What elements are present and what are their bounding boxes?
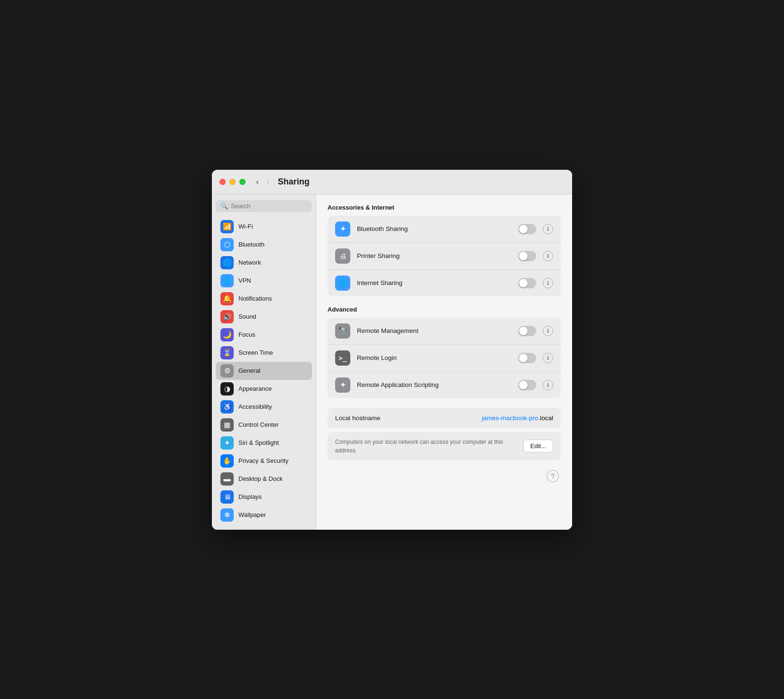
remote-login-info[interactable]: ℹ [543,353,553,363]
sidebar-item-appearance[interactable]: ◑Appearance [216,380,312,398]
hostname-link[interactable]: james-macbook-pro [482,414,538,422]
internet-sharing-icon: 🌐 [335,276,350,291]
system-preferences-window: ‹ › Sharing 🔍 📶Wi-Fi⬡Bluetooth🌐Network🌐V… [212,170,572,530]
bottom-right: ? [328,470,561,482]
section-accessories-internet: Accessories & Internet ✦ Bluetooth Shari… [328,204,561,296]
sidebar-item-notifications[interactable]: 🔔Notifications [216,290,312,308]
sidebar-item-label-notifications: Notifications [238,295,272,302]
bluetooth-sharing-icon: ✦ [335,221,350,237]
minimize-button[interactable] [229,179,236,185]
bluetooth-sharing-toggle[interactable] [518,224,536,234]
printer-sharing-info[interactable]: ℹ [543,251,553,261]
sidebar-item-label-desktop-dock: Desktop & Dock [238,475,283,482]
sidebar-item-label-wifi: Wi-Fi [238,223,253,230]
sidebar-item-control-center[interactable]: ▦Control Center [216,416,312,434]
sidebar-item-label-focus: Focus [238,331,255,338]
sidebar-item-wallpaper[interactable]: ✻Wallpaper [216,506,312,524]
search-icon: 🔍 [220,202,228,210]
bluetooth-sharing-info[interactable]: ℹ [543,224,553,234]
panel-title-header: Sharing [278,177,310,187]
internet-sharing-toggle[interactable] [518,278,536,288]
sidebar-item-label-wallpaper: Wallpaper [238,511,266,518]
row-remote-login: >_ Remote Login ℹ [328,345,561,372]
row-printer-sharing: 🖨 Printer Sharing ℹ [328,243,561,270]
wallpaper-icon: ✻ [220,508,234,522]
sidebar-item-privacy-security[interactable]: ✋Privacy & Security [216,452,312,470]
titlebar: ‹ › Sharing [212,170,572,194]
section-advanced: Advanced 🔭 Remote Management ℹ [328,306,561,398]
search-input[interactable] [231,202,307,210]
sidebar-item-label-siri-spotlight: Siri & Spotlight [238,439,279,446]
privacy-security-icon: ✋ [220,454,234,468]
sidebar-item-screen-time[interactable]: ⌛Screen Time [216,344,312,362]
network-icon: 🌐 [220,256,234,269]
maximize-button[interactable] [239,179,246,185]
sidebar-item-sound[interactable]: 🔊Sound [216,308,312,326]
sidebar-item-accessibility[interactable]: ♿Accessibility [216,398,312,416]
screen-time-icon: ⌛ [220,346,234,359]
notifications-icon: 🔔 [220,292,234,305]
detail-panel: Accessories & Internet ✦ Bluetooth Shari… [316,194,572,530]
settings-group-accessories: ✦ Bluetooth Sharing ℹ 🖨 Printer Sharing [328,216,561,296]
vpn-icon: 🌐 [220,274,234,287]
hostname-row: Local hostname james-macbook-pro.local [328,408,561,428]
internet-icon-symbol: 🌐 [338,278,347,287]
remote-login-label: Remote Login [357,354,511,361]
general-icon: ⚙ [220,364,234,377]
sidebar-item-label-control-center: Control Center [238,421,279,428]
remote-management-info[interactable]: ℹ [543,326,553,336]
section-title-accessories: Accessories & Internet [328,204,561,211]
search-bar[interactable]: 🔍 [216,200,312,212]
hostname-label: Local hostname [335,414,482,422]
internet-sharing-info[interactable]: ℹ [543,278,553,288]
remote-management-icon: 🔭 [335,323,350,339]
settings-group-advanced: 🔭 Remote Management ℹ >_ Remote Login ℹ [328,318,561,398]
sidebar-item-vpn[interactable]: 🌐VPN [216,272,312,290]
remote-login-toggle[interactable] [518,353,536,363]
remote-management-toggle[interactable] [518,326,536,336]
printer-sharing-icon: 🖨 [335,248,350,264]
remote-login-icon: >_ [335,350,350,366]
focus-icon: 🌙 [220,328,234,341]
internet-sharing-label: Internet Sharing [357,279,511,286]
control-center-icon: ▦ [220,418,234,432]
sidebar-item-general[interactable]: ⚙General [216,362,312,380]
row-internet-sharing: 🌐 Internet Sharing ℹ [328,270,561,296]
main-content: 🔍 📶Wi-Fi⬡Bluetooth🌐Network🌐VPN🔔Notificat… [212,194,572,530]
hostname-domain: .local [538,414,553,422]
bluetooth-icon: ⬡ [220,238,234,251]
appearance-icon: ◑ [220,382,234,395]
sidebar-item-label-accessibility: Accessibility [238,403,272,410]
remote-app-scripting-toggle[interactable] [518,380,536,390]
sidebar-item-label-screen-time: Screen Time [238,349,273,356]
sidebar-item-label-general: General [238,367,260,374]
back-button[interactable]: ‹ [253,176,262,188]
remote-management-symbol: 🔭 [338,326,347,335]
remote-management-label: Remote Management [357,327,511,334]
sidebar-item-focus[interactable]: 🌙Focus [216,326,312,344]
wifi-icon: 📶 [220,220,234,233]
sidebar-item-siri-spotlight[interactable]: ✦Siri & Spotlight [216,434,312,452]
remote-app-scripting-info[interactable]: ℹ [543,380,553,390]
hostname-note-text: Computers on your local network can acce… [335,438,515,455]
sidebar-item-label-network: Network [238,259,261,266]
row-remote-management: 🔭 Remote Management ℹ [328,318,561,345]
row-remote-app-scripting: ✦ Remote Application Scripting ℹ [328,372,561,398]
desktop-dock-icon: ▬ [220,472,234,486]
sidebar-item-label-sound: Sound [238,313,256,320]
sidebar-item-bluetooth[interactable]: ⬡Bluetooth [216,236,312,254]
row-bluetooth-sharing: ✦ Bluetooth Sharing ℹ [328,216,561,243]
sidebar-item-network[interactable]: 🌐Network [216,254,312,272]
edit-hostname-button[interactable]: Edit... [523,440,553,452]
sidebar-item-wifi[interactable]: 📶Wi-Fi [216,218,312,236]
traffic-lights [219,179,246,185]
sidebar-item-desktop-dock[interactable]: ▬Desktop & Dock [216,470,312,488]
sidebar-item-displays[interactable]: 🖥Displays [216,488,312,506]
titlebar-nav: ‹ › Sharing [253,176,310,188]
sidebar-item-label-vpn: VPN [238,277,251,284]
printer-sharing-toggle[interactable] [518,251,536,261]
sidebar-items-list: 📶Wi-Fi⬡Bluetooth🌐Network🌐VPN🔔Notificatio… [216,218,312,524]
close-button[interactable] [219,179,226,185]
forward-button[interactable]: › [264,176,272,188]
help-button[interactable]: ? [547,470,559,482]
